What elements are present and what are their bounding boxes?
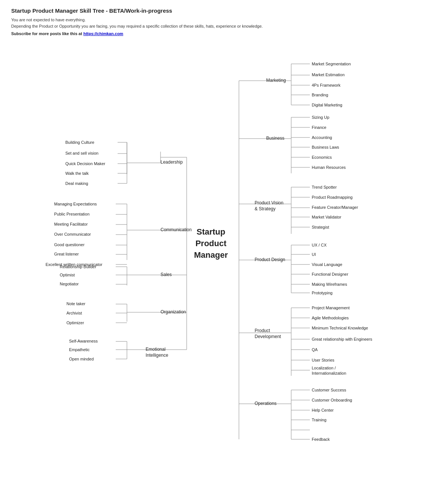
leaf-customer-onboarding: Customer Onboarding: [312, 397, 352, 403]
subtitle-line1: You are not expected to have everything.: [11, 18, 86, 22]
leaf-prototyping: Prototyping: [312, 290, 333, 295]
leaf-optimist: Optimist: [60, 272, 75, 278]
leaf-walk-talk: Walk the talk: [65, 171, 89, 176]
branch-operations: Operations: [255, 401, 277, 407]
branch-product-development: ProductDevelopment: [255, 328, 288, 340]
leaf-customer-success: Customer Success: [312, 387, 346, 393]
leaf-4ps-framework: 4Ps Framework: [312, 83, 340, 88]
leaf-optimizer: Optimizer: [66, 320, 84, 325]
leaf-strategist: Strategist: [312, 224, 329, 230]
leaf-public-presentation: Public Presentation: [54, 211, 90, 217]
leaf-economics: Economics: [312, 155, 332, 160]
leaf-market-segmentation: Market Segmentation: [312, 61, 351, 66]
leaf-feature-creator: Feature Creator/Manager: [312, 205, 358, 210]
branch-sales: Sales: [161, 272, 172, 278]
center-node: StartupProductManager: [187, 226, 235, 261]
leaf-market-validator: Market Validator: [312, 214, 341, 220]
leaf-ux-cx: UX / CX: [312, 242, 327, 248]
leaf-business-laws: Business Laws: [312, 145, 339, 150]
leaf-functional-designer: Functional Designer: [312, 272, 348, 277]
branch-product-design: Product Design: [255, 257, 285, 263]
leaf-good-questioner: Good questioner: [54, 242, 84, 247]
leaf-deal-making: Deal making: [65, 181, 88, 186]
branch-communication: Communication: [161, 227, 192, 233]
leaf-human-resources: Human Resources: [312, 165, 346, 170]
leaf-digital-marketing: Digital Marketing: [312, 102, 342, 108]
leaf-min-technical: Minimum Technical Knowledge: [312, 325, 368, 331]
leaf-quick-decision: Quick Decision Maker: [65, 161, 105, 166]
leaf-sizing-up: Sizing Up: [312, 115, 329, 120]
leaf-market-estimation: Market Estimation: [312, 72, 345, 77]
leaf-project-management: Project Management: [312, 305, 350, 310]
leaf-over-communicator: Over Communicator: [54, 232, 91, 237]
subtitle: You are not expected to have everything.…: [11, 17, 437, 29]
branch-marketing: Marketing: [266, 78, 286, 84]
leaf-empathetic: Empathetic: [69, 347, 90, 352]
leaf-building-culture: Building Culture: [65, 140, 94, 145]
leaf-set-sell-vision: Set and sell vision: [65, 151, 99, 156]
leaf-finance: Finance: [312, 125, 326, 130]
page-title: Startup Product Manager Skill Tree - BET…: [11, 7, 437, 14]
page-header: Startup Product Manager Skill Tree - BET…: [11, 7, 437, 36]
mindmap: StartupProductManager Leadership Communi…: [11, 43, 437, 477]
leaf-open-minded: Open minded: [69, 356, 94, 362]
leaf-localization: Localization /Internationalization: [312, 365, 386, 376]
subtitle-line2: Depending the Product or Opportunity you…: [11, 24, 263, 28]
leaf-making-wireframes: Making Wireframes: [312, 282, 347, 287]
leaf-product-roadmapping: Product Roadmapping: [312, 195, 352, 200]
branch-organization: Organization: [161, 309, 186, 315]
leaf-trend-spotter: Trend Spotter: [312, 185, 337, 190]
leaf-note-taker: Note taker: [66, 301, 85, 306]
leaf-managing-expectations: Managing Expectations: [54, 201, 97, 207]
leaf-training: Training: [312, 417, 326, 422]
leaf-user-stories: User Stories: [312, 357, 335, 363]
leaf-visual-language: Visual Language: [312, 262, 342, 267]
subscribe-line: Subscribe for more posts like this at ht…: [11, 31, 437, 36]
leaf-qa: QA: [312, 347, 318, 352]
branch-leadership: Leadership: [161, 160, 183, 165]
leaf-relationship-builder: Relationship Builder: [60, 264, 96, 269]
leaf-branding: Branding: [312, 92, 328, 97]
leaf-help-center: Help Center: [312, 408, 334, 413]
branch-emotional-intelligence: EmotionalIntelligence: [146, 347, 179, 358]
leaf-accounting: Accounting: [312, 135, 332, 140]
leaf-archivist: Archivist: [66, 310, 82, 316]
leaf-agile: Agile Methodologies: [312, 315, 349, 320]
leaf-feedback: Feedback: [312, 437, 330, 442]
leaf-self-awareness: Self-Awareness: [69, 338, 98, 344]
leaf-negotiator: Negotiator: [60, 281, 79, 287]
branch-product-vision: Product Vision& Strategy: [255, 200, 288, 212]
subscribe-link[interactable]: https://chimkan.com: [83, 31, 123, 36]
branch-business: Business: [266, 136, 284, 142]
leaf-ui: UI: [312, 252, 316, 257]
leaf-great-listener: Great listener: [54, 251, 79, 257]
leaf-meeting-facilitator: Meeting Facilitator: [54, 222, 88, 227]
leaf-great-relationship: Great relationship with Engineers: [312, 337, 372, 342]
